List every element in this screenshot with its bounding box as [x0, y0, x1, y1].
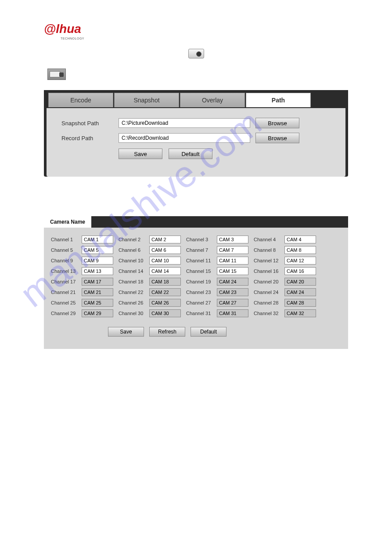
default-button[interactable]: Default [191, 327, 227, 337]
snapshot-browse-button[interactable]: Browse [255, 118, 299, 128]
channel-label: Channel 20 [254, 279, 280, 284]
channel-label: Channel 3 [186, 237, 212, 242]
channel-input[interactable] [284, 246, 316, 254]
channel-label: Channel 31 [186, 311, 212, 316]
channel-input[interactable] [82, 267, 113, 275]
channel-input[interactable] [149, 309, 181, 317]
channel-label: Channel 25 [51, 300, 77, 305]
snapshot-path-label: Snapshot Path [61, 120, 119, 127]
record-path-label: Record Path [61, 135, 119, 141]
channel-input[interactable] [149, 236, 181, 243]
channel-input[interactable] [82, 236, 113, 243]
channel-label: Channel 24 [254, 290, 280, 295]
channel-input[interactable] [149, 299, 181, 307]
channel-label: Channel 4 [254, 237, 280, 242]
channel-input[interactable] [82, 246, 113, 254]
channel-label: Channel 12 [254, 258, 280, 263]
channel-input[interactable] [217, 288, 248, 296]
channel-label: Channel 32 [254, 311, 280, 316]
channel-label: Channel 18 [119, 279, 145, 284]
channel-label: Channel 8 [254, 247, 280, 253]
channel-label: Channel 19 [186, 279, 212, 284]
channel-label: Channel 10 [119, 258, 145, 263]
channel-input[interactable] [82, 278, 113, 286]
channel-label: Channel 14 [119, 268, 145, 274]
channel-input[interactable] [217, 309, 248, 317]
channel-label: Channel 29 [51, 311, 77, 316]
channel-grid: Channel 1Channel 2Channel 3Channel 4Chan… [51, 236, 341, 317]
channel-label: Channel 2 [119, 237, 145, 242]
channel-label: Channel 13 [51, 268, 77, 274]
tab-camera-name[interactable]: Camera Name [44, 216, 91, 228]
camera-icon [188, 49, 204, 58]
tab-encode[interactable]: Encode [48, 93, 113, 107]
encode-tabs: Encode Snapshot Overlay Path [44, 90, 348, 107]
tab-path[interactable]: Path [246, 93, 311, 107]
channel-input[interactable] [149, 246, 181, 254]
tab-overlay[interactable]: Overlay [180, 93, 245, 107]
camera-name-panel: Camera Name Channel 1Channel 2Channel 3C… [44, 216, 348, 349]
channel-input[interactable] [149, 267, 181, 275]
channel-input[interactable] [284, 236, 316, 243]
channel-input[interactable] [149, 278, 181, 286]
channel-input[interactable] [284, 309, 316, 317]
save-button[interactable]: Save [108, 327, 144, 337]
channel-label: Channel 22 [119, 290, 145, 295]
tab-snapshot[interactable]: Snapshot [114, 93, 179, 107]
channel-input[interactable] [284, 257, 316, 265]
brand-name: lhua [56, 22, 81, 36]
channel-input[interactable] [82, 288, 113, 296]
channel-input[interactable] [217, 267, 248, 275]
record-path-input[interactable] [119, 133, 250, 143]
channel-input[interactable] [217, 246, 248, 254]
refresh-button[interactable]: Refresh [149, 327, 185, 337]
channel-label: Channel 1 [51, 237, 77, 242]
channel-input[interactable] [82, 257, 113, 265]
channel-label: Channel 17 [51, 279, 77, 284]
channel-input[interactable] [217, 236, 248, 243]
channel-input[interactable] [82, 309, 113, 317]
channel-label: Channel 6 [119, 247, 145, 253]
channel-label: Channel 7 [186, 247, 212, 253]
channel-label: Channel 5 [51, 247, 77, 253]
channel-input[interactable] [284, 299, 316, 307]
path-body: Snapshot Path Browse Record Path Browse … [47, 107, 345, 177]
channel-input[interactable] [284, 278, 316, 286]
channel-label: Channel 11 [186, 258, 212, 263]
channel-input[interactable] [149, 288, 181, 296]
channel-input[interactable] [217, 257, 248, 265]
channel-input[interactable] [217, 278, 248, 286]
channel-label: Channel 23 [186, 290, 212, 295]
channel-input[interactable] [217, 299, 248, 307]
brand-logo: lhua [44, 22, 348, 36]
default-button[interactable]: Default [169, 149, 212, 159]
channel-input[interactable] [149, 257, 181, 265]
channel-label: Channel 26 [119, 300, 145, 305]
encode-panel: Encode Snapshot Overlay Path Snapshot Pa… [44, 90, 348, 177]
record-camera-icon [47, 69, 66, 80]
channel-label: Channel 27 [186, 300, 212, 305]
snapshot-path-input[interactable] [119, 118, 250, 128]
channel-label: Channel 9 [51, 258, 77, 263]
channel-label: Channel 28 [254, 300, 280, 305]
channel-input[interactable] [284, 288, 316, 296]
channel-label: Channel 21 [51, 290, 77, 295]
channel-label: Channel 30 [119, 311, 145, 316]
record-browse-button[interactable]: Browse [255, 133, 299, 143]
channel-input[interactable] [82, 299, 113, 307]
save-button[interactable]: Save [119, 149, 162, 159]
channel-input[interactable] [284, 267, 316, 275]
channel-label: Channel 15 [186, 268, 212, 274]
brand-tagline: TECHNOLOGY [61, 37, 348, 40]
channel-label: Channel 16 [254, 268, 280, 274]
